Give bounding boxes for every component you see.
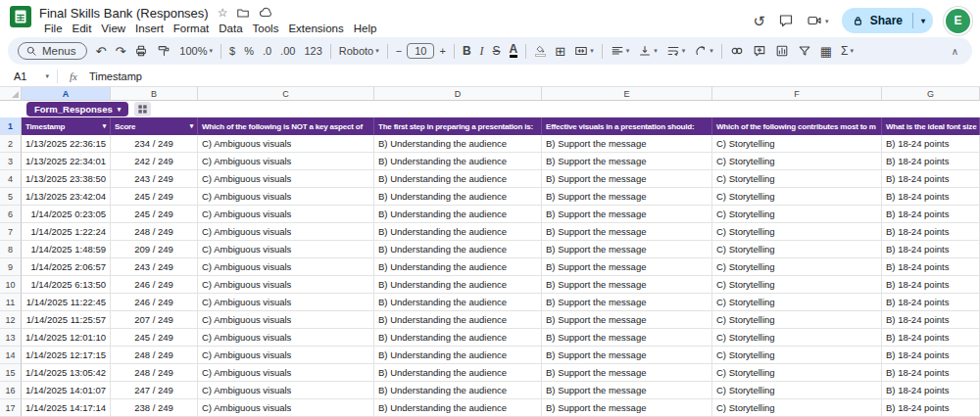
present-chevron-icon[interactable]: ▾ bbox=[825, 18, 829, 24]
cell-A7[interactable]: 1/14/2025 1:22:24 bbox=[22, 223, 111, 241]
menu-item-data[interactable]: Data bbox=[214, 22, 247, 35]
cell-D16[interactable]: B) Understanding the audience bbox=[374, 382, 542, 399]
table-icon[interactable]: ▦ bbox=[816, 43, 836, 60]
cell-C12[interactable]: C) Ambiguous visuals bbox=[198, 311, 374, 329]
cell-C15[interactable]: C) Ambiguous visuals bbox=[198, 364, 374, 382]
menu-item-file[interactable]: File bbox=[39, 22, 68, 35]
cell-C17[interactable]: C) Ambiguous visuals bbox=[198, 399, 374, 417]
cell-G2[interactable]: B) 18-24 points bbox=[882, 135, 980, 153]
collapse-toolbar-icon[interactable]: ∧ bbox=[948, 44, 962, 59]
cell-B15[interactable]: 248 / 249 bbox=[111, 364, 198, 382]
column-header-g[interactable]: G bbox=[882, 87, 980, 101]
cell-G5[interactable]: B) 18-24 points bbox=[882, 188, 980, 206]
cell-A3[interactable]: 1/13/2025 22:34:01 bbox=[22, 153, 111, 170]
cell-F11[interactable]: C) Storytelling bbox=[712, 294, 882, 311]
cell-G13[interactable]: B) 18-24 points bbox=[882, 329, 980, 347]
formula-input[interactable]: Timestamp bbox=[89, 70, 142, 82]
cell-A4[interactable]: 1/13/2025 23:38:50 bbox=[22, 170, 111, 188]
all-sheets-button[interactable] bbox=[134, 102, 151, 116]
filter-chevron-icon[interactable]: ▾ bbox=[187, 122, 193, 130]
vertical-align-icon[interactable]: ▾ bbox=[634, 42, 662, 60]
cell-D1[interactable]: The first step in preparing a presentati… bbox=[374, 117, 542, 135]
cell-G8[interactable]: B) 18-24 points bbox=[882, 241, 980, 258]
cell-E13[interactable]: B) Support the message bbox=[542, 329, 712, 347]
star-icon[interactable]: ☆ bbox=[218, 7, 228, 19]
column-header-b[interactable]: B bbox=[111, 87, 198, 101]
cell-F1[interactable]: Which of the following contributes most … bbox=[712, 117, 882, 135]
row-number[interactable]: 4 bbox=[0, 170, 22, 188]
cell-D13[interactable]: B) Understanding the audience bbox=[374, 329, 542, 347]
cell-D12[interactable]: B) Understanding the audience bbox=[374, 311, 542, 329]
cell-C8[interactable]: C) Ambiguous visuals bbox=[198, 241, 374, 258]
cell-F8[interactable]: C) Storytelling bbox=[712, 241, 882, 258]
select-all-corner[interactable] bbox=[0, 87, 22, 101]
cell-A16[interactable]: 1/14/2025 14:01:07 bbox=[22, 382, 111, 399]
cell-G1[interactable]: What is the ideal font size bbox=[882, 117, 980, 135]
cell-B2[interactable]: 234 / 249 bbox=[111, 135, 198, 153]
cell-E4[interactable]: B) Support the message bbox=[542, 170, 712, 188]
cell-D5[interactable]: B) Understanding the audience bbox=[374, 188, 542, 206]
insert-link-icon[interactable] bbox=[726, 42, 748, 60]
cell-A12[interactable]: 1/14/2025 11:25:57 bbox=[22, 311, 111, 329]
cell-D10[interactable]: B) Understanding the audience bbox=[374, 276, 542, 294]
cell-C13[interactable]: C) Ambiguous visuals bbox=[198, 329, 374, 347]
cell-B14[interactable]: 248 / 249 bbox=[111, 347, 198, 364]
cell-E9[interactable]: B) Support the message bbox=[542, 258, 712, 276]
borders-icon[interactable]: ⊞ bbox=[551, 43, 569, 60]
row-number[interactable]: 10 bbox=[0, 276, 22, 294]
cell-D9[interactable]: B) Understanding the audience bbox=[374, 258, 542, 276]
cell-E3[interactable]: B) Support the message bbox=[542, 153, 712, 170]
cell-D4[interactable]: B) Understanding the audience bbox=[374, 170, 542, 188]
cell-F13[interactable]: C) Storytelling bbox=[712, 329, 882, 347]
cell-C14[interactable]: C) Ambiguous visuals bbox=[198, 347, 374, 364]
text-color-icon[interactable]: A bbox=[506, 42, 522, 60]
menus-search-button[interactable]: Menus bbox=[18, 42, 87, 60]
cell-A6[interactable]: 1/14/2025 0:23:05 bbox=[22, 206, 111, 223]
cell-C5[interactable]: C) Ambiguous visuals bbox=[198, 188, 374, 206]
cell-G4[interactable]: B) 18-24 points bbox=[882, 170, 980, 188]
column-header-a[interactable]: A bbox=[22, 87, 111, 101]
insert-chart-icon[interactable] bbox=[771, 42, 793, 60]
cell-A8[interactable]: 1/14/2025 1:48:59 bbox=[22, 241, 111, 258]
menu-item-insert[interactable]: Insert bbox=[130, 22, 169, 35]
column-header-c[interactable]: C bbox=[198, 87, 374, 101]
cell-B7[interactable]: 248 / 249 bbox=[111, 223, 198, 241]
paint-format-icon[interactable] bbox=[153, 42, 174, 60]
row-number[interactable]: 9 bbox=[0, 258, 22, 276]
cell-A1[interactable]: Timestamp ▾ bbox=[22, 117, 111, 135]
cell-C1[interactable]: Which of the following is NOT a key aspe… bbox=[198, 117, 374, 135]
cell-F7[interactable]: C) Storytelling bbox=[712, 223, 882, 241]
cell-F2[interactable]: C) Storytelling bbox=[712, 135, 882, 153]
cell-A5[interactable]: 1/13/2025 23:42:04 bbox=[22, 188, 111, 206]
menu-item-tools[interactable]: Tools bbox=[248, 22, 284, 35]
row-number[interactable]: 11 bbox=[0, 294, 22, 311]
cell-E14[interactable]: B) Support the message bbox=[542, 347, 712, 364]
cell-E2[interactable]: B) Support the message bbox=[542, 135, 712, 153]
row-number[interactable]: 15 bbox=[0, 364, 22, 382]
functions-icon[interactable]: Σ ▾ bbox=[837, 42, 858, 60]
decrease-font-size-button[interactable]: − bbox=[392, 43, 406, 59]
cell-D2[interactable]: B) Understanding the audience bbox=[374, 135, 542, 153]
create-filter-icon[interactable] bbox=[794, 42, 815, 60]
row-number[interactable]: 7 bbox=[0, 223, 22, 241]
cell-D7[interactable]: B) Understanding the audience bbox=[374, 223, 542, 241]
cell-C3[interactable]: C) Ambiguous visuals bbox=[198, 153, 374, 170]
cell-B17[interactable]: 238 / 249 bbox=[111, 399, 198, 417]
sheets-logo-icon[interactable] bbox=[10, 6, 31, 27]
undo-icon[interactable]: ↶ bbox=[92, 43, 111, 60]
menu-item-extensions[interactable]: Extensions bbox=[283, 22, 348, 35]
cell-F6[interactable]: C) Storytelling bbox=[712, 206, 882, 223]
cell-C2[interactable]: C) Ambiguous visuals bbox=[198, 135, 374, 153]
row-number[interactable]: 2 bbox=[0, 135, 22, 153]
doc-title[interactable]: Final Skills Bank (Responses) bbox=[39, 6, 209, 21]
cell-A14[interactable]: 1/14/2025 12:17:15 bbox=[22, 347, 111, 364]
cell-B5[interactable]: 245 / 249 bbox=[111, 188, 198, 206]
cell-A13[interactable]: 1/14/2025 12:01:10 bbox=[22, 329, 111, 347]
cell-F16[interactable]: C) Storytelling bbox=[712, 382, 882, 399]
cell-G10[interactable]: B) 18-24 points bbox=[882, 276, 980, 294]
cell-E1[interactable]: Effective visuals in a presentation shou… bbox=[542, 117, 712, 135]
row-number[interactable]: 12 bbox=[0, 311, 22, 329]
cell-E12[interactable]: B) Support the message bbox=[542, 311, 712, 329]
version-history-icon[interactable]: ↺ bbox=[754, 14, 766, 28]
cell-A9[interactable]: 1/14/2025 2:06:57 bbox=[22, 258, 111, 276]
